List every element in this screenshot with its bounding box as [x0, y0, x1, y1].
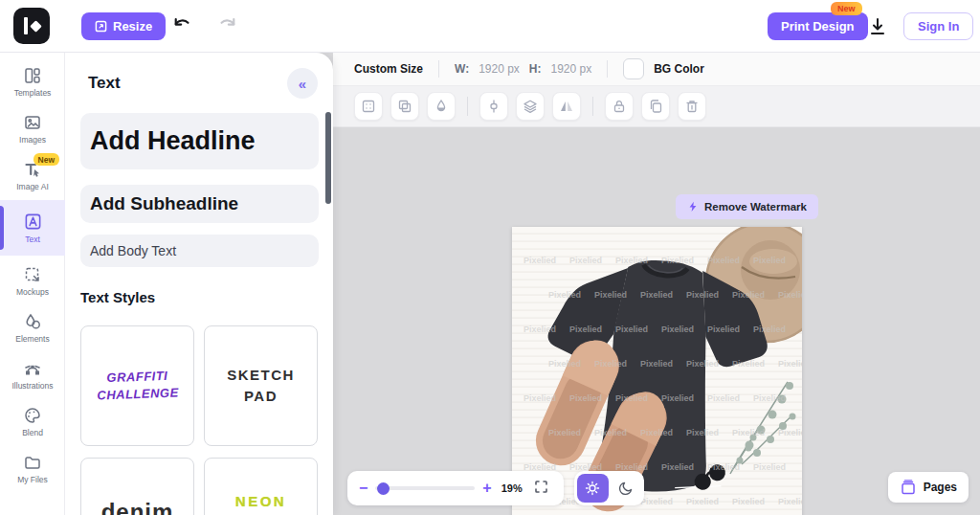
dark-mode-button[interactable]: [611, 474, 642, 503]
sidebar-label: Templates: [14, 88, 52, 98]
svg-text:Pixelied: Pixelied: [686, 359, 719, 369]
svg-text:Pixelied: Pixelied: [615, 256, 648, 265]
tools-bar: [333, 86, 980, 127]
elements-icon: [23, 312, 42, 331]
divider: [592, 97, 593, 116]
sign-in-button[interactable]: Sign In: [903, 12, 973, 40]
opacity-button[interactable]: [427, 92, 456, 121]
zoom-slider[interactable]: [375, 486, 475, 490]
custom-size-label: Custom Size: [354, 62, 423, 76]
svg-text:Pixelied: Pixelied: [686, 497, 719, 506]
collapse-panel-button[interactable]: «: [287, 68, 318, 99]
sidebar-item-elements[interactable]: Elements: [0, 305, 65, 349]
sidebar-item-image-ai[interactable]: New Image AI: [0, 153, 65, 197]
svg-text:Pixelied: Pixelied: [548, 428, 581, 437]
sidebar-item-images[interactable]: Images: [0, 106, 65, 150]
zoom-percentage: 19%: [500, 482, 524, 494]
sidebar-label: Illustrations: [12, 381, 54, 391]
light-mode-button[interactable]: [577, 474, 609, 503]
text-style-neon-lights[interactable]: NEON LIGHTS: [204, 458, 318, 515]
style-line: PAD: [227, 386, 295, 408]
logo-bar: [24, 17, 28, 34]
canvas-area[interactable]: Remove Watermark: [333, 127, 980, 515]
flip-button[interactable]: [552, 92, 581, 121]
print-design-button[interactable]: Print Design: [768, 12, 868, 40]
svg-text:Pixelied: Pixelied: [615, 393, 648, 403]
width-label: W:: [455, 62, 469, 76]
mockups-icon: [23, 265, 42, 284]
add-headline-label: Add Headline: [90, 126, 256, 156]
svg-text:Pixelied: Pixelied: [753, 256, 786, 265]
text-style-denim[interactable]: denim: [80, 458, 194, 515]
svg-text:Pixelied: Pixelied: [732, 428, 765, 437]
add-body-text-button[interactable]: Add Body Text: [80, 235, 319, 267]
text-style-sketch-pad[interactable]: SKETCH PAD: [204, 325, 318, 446]
lock-button[interactable]: [605, 92, 634, 121]
zoom-out-button[interactable]: −: [359, 481, 368, 496]
position-button[interactable]: [479, 92, 508, 121]
group-button[interactable]: [390, 92, 419, 121]
layers-icon: [523, 99, 538, 114]
text-panel: Text « Add Headline Add Subheadline Add …: [65, 53, 333, 515]
main-area: Custom Size W: 1920 px H: 1920 px BG Col…: [333, 53, 980, 515]
margin-icon: [361, 99, 376, 114]
sidebar-item-text[interactable]: Text: [0, 200, 65, 256]
pages-button[interactable]: Pages: [888, 472, 969, 503]
svg-text:Pixelied: Pixelied: [640, 359, 673, 369]
sidebar-item-blend[interactable]: Blend: [0, 399, 65, 443]
sun-icon: [585, 481, 600, 496]
download-icon: [868, 16, 887, 37]
size-bar: Custom Size W: 1920 px H: 1920 px BG Col…: [333, 53, 980, 86]
svg-text:Pixelied: Pixelied: [661, 393, 694, 403]
sidebar-label: Text: [25, 235, 40, 244]
sidebar-item-my-files[interactable]: My Files: [0, 446, 65, 490]
add-subheadline-button[interactable]: Add Subheadline: [80, 185, 319, 223]
redo-button[interactable]: [214, 13, 239, 39]
svg-text:Pixelied: Pixelied: [523, 325, 556, 334]
remove-watermark-button[interactable]: Remove Watermark: [676, 194, 818, 219]
svg-text:Pixelied: Pixelied: [686, 428, 719, 437]
sidebar-item-mockups[interactable]: Mockups: [0, 258, 65, 302]
height-value[interactable]: 1920 px: [551, 62, 592, 76]
style-line: NEON: [228, 490, 295, 513]
app-window: Resize Print Design New Sign In Template…: [0, 0, 980, 515]
text-style-graffiti-challenge[interactable]: GRAFFITI CHALLENGE: [80, 325, 194, 446]
pixelied-logo[interactable]: [13, 8, 50, 44]
svg-text:Pixelied: Pixelied: [778, 359, 802, 369]
zoom-slider-knob[interactable]: [377, 482, 390, 495]
duplicate-button[interactable]: [641, 92, 670, 121]
svg-text:Pixelied: Pixelied: [594, 428, 627, 437]
resize-button[interactable]: Resize: [81, 12, 166, 40]
layers-button[interactable]: [516, 92, 545, 121]
bg-color-swatch[interactable]: [623, 58, 644, 79]
svg-text:Pixelied: Pixelied: [661, 325, 694, 334]
redo-icon: [216, 15, 237, 34]
pages-icon: [900, 479, 917, 496]
zoom-in-button[interactable]: +: [482, 481, 491, 496]
fullscreen-button[interactable]: [532, 478, 550, 499]
lock-icon: [612, 99, 627, 114]
image-ai-new-badge: New: [33, 153, 59, 166]
sign-in-label: Sign In: [918, 19, 959, 34]
sidebar-label: Blend: [22, 428, 43, 437]
undo-button[interactable]: [170, 13, 195, 39]
svg-text:Pixelied: Pixelied: [707, 256, 740, 265]
width-value[interactable]: 1920 px: [479, 62, 520, 76]
svg-text:Pixelied: Pixelied: [686, 290, 719, 300]
margin-button[interactable]: [354, 92, 383, 121]
opacity-icon: [434, 99, 449, 114]
text-icon: [23, 212, 43, 232]
text-styles-heading: Text Styles: [80, 289, 155, 305]
panel-scrollbar[interactable]: [325, 112, 331, 204]
sidebar-item-templates[interactable]: Templates: [0, 59, 65, 103]
download-button[interactable]: [866, 14, 889, 42]
sidebar-item-illustrations[interactable]: Illustrations: [0, 352, 65, 396]
undo-icon: [172, 15, 193, 34]
sidebar-label: Elements: [15, 334, 49, 344]
images-icon: [23, 113, 42, 132]
templates-icon: [23, 66, 42, 85]
svg-text:Pixelied: Pixelied: [548, 359, 581, 369]
add-headline-button[interactable]: Add Headline: [80, 113, 319, 169]
my-files-icon: [23, 453, 42, 472]
delete-button[interactable]: [678, 92, 706, 121]
